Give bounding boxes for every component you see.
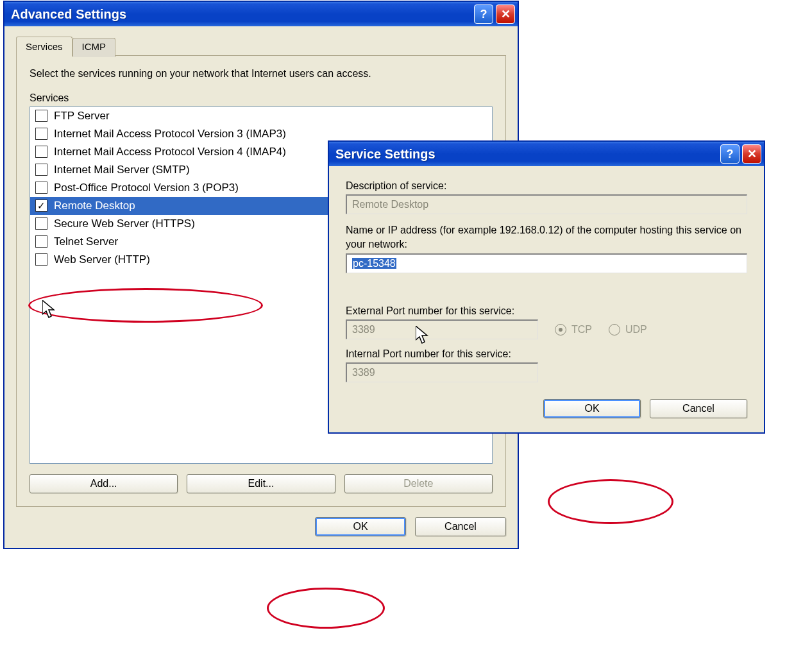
- external-port-label: External Port number for this service:: [346, 305, 747, 317]
- annotation-ellipse: [267, 588, 385, 629]
- service-item-label: Internet Mail Server (SMTP): [54, 164, 190, 176]
- external-port-input: 3389: [346, 319, 538, 339]
- window-title: Service Settings: [335, 147, 436, 162]
- window-title: Advanced Settings: [11, 7, 126, 22]
- ok-button[interactable]: OK: [543, 399, 641, 418]
- checkbox-icon[interactable]: [35, 110, 47, 122]
- ip-label: Name or IP address (for example 192.168.…: [346, 223, 747, 251]
- tab-services[interactable]: Services: [16, 37, 72, 56]
- service-item-label: Secure Web Server (HTTPS): [54, 217, 195, 230]
- checkbox-icon[interactable]: [35, 200, 47, 212]
- service-item[interactable]: Internet Mail Access Protocol Version 3 …: [30, 125, 492, 143]
- service-item-label: Internet Mail Access Protocol Version 3 …: [54, 128, 286, 140]
- checkbox-icon[interactable]: [35, 235, 47, 248]
- help-button[interactable]: ?: [720, 144, 740, 164]
- delete-button: Delete: [344, 474, 493, 493]
- cancel-button[interactable]: Cancel: [415, 517, 506, 536]
- service-settings-window: Service Settings ? ✕ Description of serv…: [328, 141, 765, 433]
- udp-radio: UDP: [609, 324, 647, 336]
- help-button[interactable]: ?: [474, 4, 493, 24]
- checkbox-icon[interactable]: [35, 164, 47, 176]
- service-item-label: Web Server (HTTP): [54, 253, 150, 266]
- titlebar: Service Settings ? ✕: [329, 142, 764, 166]
- checkbox-icon[interactable]: [35, 182, 47, 194]
- titlebar: Advanced Settings ? ✕: [4, 2, 518, 26]
- service-item-label: FTP Server: [54, 110, 110, 123]
- service-item-label: Post-Office Protocol Version 3 (POP3): [54, 182, 239, 194]
- checkbox-icon[interactable]: [35, 146, 47, 158]
- close-button[interactable]: ✕: [496, 4, 515, 24]
- add-button[interactable]: Add...: [30, 474, 178, 493]
- radio-dot-icon: [609, 324, 620, 336]
- service-item-label: Remote Desktop: [54, 200, 135, 212]
- description-input: Remote Desktop: [346, 194, 747, 214]
- service-item-label: Telnet Server: [54, 235, 118, 248]
- edit-button[interactable]: Edit...: [187, 474, 335, 493]
- checkbox-icon[interactable]: [35, 253, 47, 266]
- checkbox-icon[interactable]: [35, 217, 47, 230]
- radio-dot-icon: [555, 324, 566, 336]
- service-item-label: Internet Mail Access Protocol Version 4 …: [54, 146, 286, 158]
- ip-input[interactable]: pc-15348: [346, 253, 747, 273]
- cancel-button[interactable]: Cancel: [650, 399, 747, 418]
- ok-button[interactable]: OK: [315, 517, 406, 536]
- tab-icmp[interactable]: ICMP: [72, 38, 116, 57]
- annotation-ellipse: [548, 479, 673, 524]
- checkbox-icon[interactable]: [35, 128, 47, 140]
- instruction-text: Select the services running on your netw…: [30, 67, 493, 81]
- internal-port-label: Internal Port number for this service:: [346, 348, 747, 360]
- tcp-radio: TCP: [555, 324, 592, 336]
- close-button[interactable]: ✕: [742, 144, 761, 164]
- internal-port-input: 3389: [346, 362, 538, 382]
- description-label: Description of service:: [346, 180, 747, 192]
- service-item[interactable]: FTP Server: [30, 107, 492, 125]
- services-label: Services: [30, 92, 493, 104]
